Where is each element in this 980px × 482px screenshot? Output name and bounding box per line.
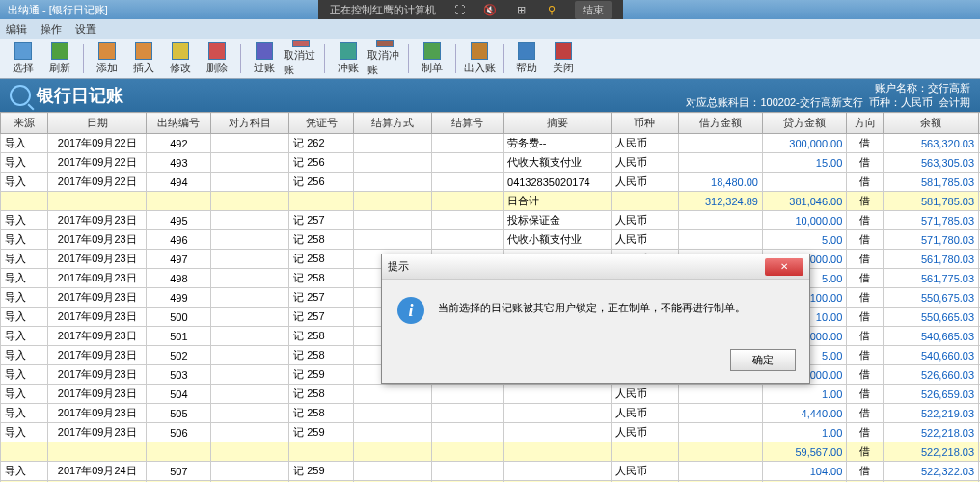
过账-icon <box>256 42 273 60</box>
col-header[interactable]: 凭证号 <box>289 113 354 134</box>
table-row[interactable]: 导入2017年09月22日493记 256代收大额支付业人民币15.00借563… <box>1 153 981 173</box>
table-row[interactable]: 导入2017年09月23日505记 258人民币4,440.00借522,219… <box>1 404 981 423</box>
page-title: 银行日记账 <box>10 84 123 107</box>
table-header-row: 来源日期出纳编号对方科目凭证号结算方式结算号摘要币种借方金额贷方金额方向余额部 <box>1 113 981 134</box>
toolbar-取消过账[interactable]: 取消过账 <box>284 40 318 77</box>
menu-编辑[interactable]: 编辑 <box>6 22 27 37</box>
toolbar-制单[interactable]: 制单 <box>415 40 449 77</box>
menubar: 编辑操作设置 <box>0 19 980 39</box>
刷新-icon <box>51 42 68 60</box>
col-header[interactable]: 贷方金额 <box>762 113 846 134</box>
toolbar-关闭[interactable]: 关闭 <box>546 40 581 77</box>
制单-icon <box>423 42 441 60</box>
toolbar-separator <box>408 44 409 73</box>
add-icon[interactable]: ⊞ <box>513 2 529 17</box>
table-row[interactable]: 导入2017年09月23日504记 258人民币1.00借526,659.03 <box>1 385 981 404</box>
table-row[interactable]: 日合计312,324.89381,046.00借581,785.03 <box>1 192 981 211</box>
col-header[interactable]: 方向 <box>847 113 884 134</box>
toolbar-separator <box>240 44 241 73</box>
info-icon: i <box>397 297 424 324</box>
删除-icon <box>208 42 226 60</box>
toolbar-separator <box>455 44 456 73</box>
end-remote-button[interactable]: 结束 <box>575 1 612 19</box>
table-row[interactable]: 导入2017年09月23日496记 258代收小额支付业人民币5.00借571,… <box>1 230 981 250</box>
toolbar-刷新[interactable]: 刷新 <box>42 40 77 77</box>
toolbar-separator <box>324 44 325 73</box>
magnify-icon <box>10 85 31 106</box>
table-row[interactable]: 导入2017年09月22日492记 262劳务费--人民币300,000.00借… <box>1 134 981 153</box>
dialog-titlebar: 提示 ✕ <box>382 254 809 280</box>
menu-操作[interactable]: 操作 <box>41 22 62 37</box>
修改-icon <box>172 42 189 60</box>
col-header[interactable]: 借方金额 <box>678 113 762 134</box>
col-header[interactable]: 摘要 <box>504 113 612 134</box>
table-row[interactable]: 导入2017年09月23日495记 257投标保证金人民币10,000.00借5… <box>1 211 981 230</box>
table-row[interactable]: 导入2017年09月23日506记 259人民币1.00借522,218.03 <box>1 423 981 442</box>
close-icon[interactable]: ✕ <box>765 258 803 276</box>
出入账-icon <box>471 42 488 60</box>
添加-icon <box>98 42 116 60</box>
toolbar-过账[interactable]: 过账 <box>247 40 282 77</box>
toolbar-选择[interactable]: 选择 <box>6 40 41 77</box>
col-header[interactable]: 对方科目 <box>211 113 289 134</box>
remote-status-text: 正在控制红鹰的计算机 <box>330 3 436 17</box>
col-header[interactable]: 日期 <box>48 113 147 134</box>
帮助-icon <box>518 42 535 60</box>
toolbar-插入[interactable]: 插入 <box>126 40 161 77</box>
mute-icon[interactable]: 🔇 <box>482 2 498 17</box>
toolbar-修改[interactable]: 修改 <box>163 40 198 77</box>
插入-icon <box>135 42 152 60</box>
table-row[interactable]: 59,567.00借522,218.03 <box>1 442 981 462</box>
toolbar-添加[interactable]: 添加 <box>90 40 124 77</box>
dialog-title: 提示 <box>388 259 409 274</box>
取消过账-icon <box>292 40 310 47</box>
page-header: 银行日记账 账户名称：交行高新 对应总账科目：100202-交行高新支行 币种：… <box>0 79 980 112</box>
toolbar-取消冲账[interactable]: 取消冲账 <box>368 40 402 77</box>
col-header[interactable]: 币种 <box>612 113 678 134</box>
toolbar: 选择刷新添加插入修改删除过账取消过账冲账取消冲账制单出入账帮助关闭 <box>0 39 980 79</box>
toolbar-删除[interactable]: 删除 <box>200 40 234 77</box>
toolbar-冲账[interactable]: 冲账 <box>331 40 366 77</box>
remote-control-bar: 正在控制红鹰的计算机 ⛶ 🔇 ⊞ ⚲ 结束 <box>318 0 623 19</box>
col-header[interactable]: 出纳编号 <box>147 113 211 134</box>
table-row[interactable]: 导入2017年09月24日507记 259人民币104.00借522,322.0… <box>1 462 981 481</box>
toolbar-帮助[interactable]: 帮助 <box>509 40 544 77</box>
table-row[interactable]: 导入2017年09月22日494记 25604132835020174人民币18… <box>1 173 981 192</box>
col-header[interactable]: 结算号 <box>432 113 504 134</box>
fullscreen-icon[interactable]: ⛶ <box>451 2 467 17</box>
关闭-icon <box>555 42 572 60</box>
message-dialog: 提示 ✕ i 当前选择的日记账被其它用户锁定，正在制单，不能再进行制单。 确定 <box>381 254 810 384</box>
window-title: 出纳通 - [银行日记账] <box>8 3 108 17</box>
dialog-message: 当前选择的日记账被其它用户锁定，正在制单，不能再进行制单。 <box>438 297 746 315</box>
menu-设置[interactable]: 设置 <box>75 22 96 37</box>
toolbar-出入账[interactable]: 出入账 <box>462 40 497 77</box>
ok-button[interactable]: 确定 <box>730 349 796 371</box>
冲账-icon <box>340 42 357 60</box>
pin-icon[interactable]: ⚲ <box>544 2 559 17</box>
选择-icon <box>14 42 32 60</box>
toolbar-separator <box>83 44 84 73</box>
取消冲账-icon <box>376 40 394 47</box>
col-header[interactable]: 来源 <box>1 113 48 134</box>
account-info: 账户名称：交行高新 对应总账科目：100202-交行高新支行 币种：人民币 会计… <box>686 81 970 110</box>
toolbar-separator <box>503 44 504 73</box>
col-header[interactable]: 结算方式 <box>354 113 432 134</box>
col-header[interactable]: 余额 <box>884 113 979 134</box>
